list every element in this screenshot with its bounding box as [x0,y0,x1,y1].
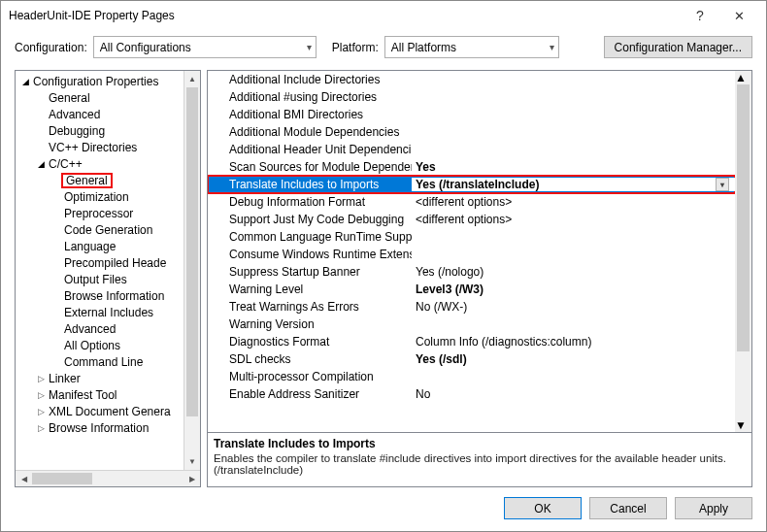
property-row[interactable]: Translate Includes to ImportsYes (/trans… [208,176,735,193]
tree-item[interactable]: Advanced [19,320,183,337]
ok-button[interactable]: OK [504,497,582,519]
property-row[interactable]: Treat Warnings As ErrorsNo (/WX-) [208,298,735,316]
tree-item[interactable]: ▷XML Document Genera [19,403,183,419]
property-value[interactable]: Yes (/translateInclude)▾ [412,178,735,191]
property-name: Additional Module Dependencies [208,125,412,139]
scroll-up-icon[interactable]: ▲ [735,71,751,84]
property-row[interactable]: Additional Include Directories [208,71,735,88]
tree-item-label: General [47,91,92,105]
property-value[interactable]: Yes (/nologo) [412,265,735,279]
tree-item[interactable]: Language [19,238,183,254]
tree-item[interactable]: Preprocessor [19,205,183,221]
property-row[interactable]: Multi-processor Compilation [208,368,735,385]
property-row[interactable]: Additional Module Dependencies [208,123,735,141]
tree-item-label: Precompiled Heade [62,256,168,270]
property-value[interactable]: No [412,387,735,401]
tree-item[interactable]: Output Files [19,271,183,287]
scroll-thumb[interactable] [186,87,198,416]
tree-item-label: Advanced [47,108,102,121]
platform-combo[interactable]: All Platforms ▾ [384,36,559,58]
property-row[interactable]: Warning LevelLevel3 (/W3) [208,281,735,298]
property-row[interactable]: Additional #using Directories [208,88,735,106]
config-combo[interactable]: All Configurations ▾ [93,36,317,58]
config-value: All Configurations [100,41,191,54]
property-name: Multi-processor Compilation [208,370,412,383]
property-row[interactable]: Warning Version [208,316,735,333]
tree-item[interactable]: Code Generation [19,221,183,238]
property-value[interactable]: Yes [412,160,735,174]
tree-item-label: Advanced [62,322,117,336]
property-row[interactable]: SDL checksYes (/sdl) [208,350,735,368]
property-value[interactable]: <different options> [412,195,735,209]
expand-icon[interactable]: ◢ [19,77,31,86]
property-value[interactable]: Level3 (/W3) [412,283,735,296]
help-button[interactable]: ? [681,8,719,23]
expand-icon[interactable]: ▷ [35,390,47,400]
tree-item-label: All Options [62,339,122,352]
property-row[interactable]: Enable Address SanitizerNo [208,385,735,403]
cancel-button[interactable]: Cancel [589,497,667,519]
grid-vscrollbar[interactable]: ▲ ▼ [735,71,751,432]
scroll-left-icon[interactable]: ◀ [16,471,32,486]
tree-item[interactable]: ▷Manifest Tool [19,386,183,403]
property-row[interactable]: Additional BMI Directories [208,106,735,123]
scroll-thumb[interactable] [737,84,750,351]
expand-icon[interactable]: ▷ [35,374,47,383]
tree-item[interactable]: VC++ Directories [19,139,183,155]
property-name: Warning Level [208,283,412,296]
config-row: Configuration: All Configurations ▾ Plat… [1,30,766,64]
property-row[interactable]: Support Just My Code Debugging<different… [208,211,735,228]
expand-icon[interactable]: ▷ [35,423,47,433]
close-button[interactable]: ✕ [719,9,758,23]
config-manager-button[interactable]: Configuration Manager... [604,36,752,58]
tree-item[interactable]: Advanced [19,106,183,122]
tree-item[interactable]: ▷Linker [19,370,183,386]
tree-item[interactable]: ◢C/C++ [19,155,183,172]
tree-item[interactable]: Optimization [19,188,183,205]
scroll-down-icon[interactable]: ▼ [184,453,200,470]
property-name: Additional #using Directories [208,90,412,104]
tree-item[interactable]: ▷Browse Information [19,419,183,436]
tree-item-label: VC++ Directories [47,141,139,154]
tree-item[interactable]: Debugging [19,122,183,139]
tree-item[interactable]: General [19,172,183,188]
scroll-up-icon[interactable]: ▲ [184,71,200,87]
property-row[interactable]: Diagnostics FormatColumn Info (/diagnost… [208,333,735,350]
tree-item[interactable]: Command Line [19,353,183,370]
expand-icon[interactable]: ▷ [35,407,47,416]
tree-item[interactable]: All Options [19,337,183,353]
tree-hscrollbar[interactable]: ◀ ▶ [16,470,200,486]
tree-item-label: C/C++ [47,157,84,171]
property-grid: Additional Include DirectoriesAdditional… [208,71,735,432]
tree-item[interactable]: Precompiled Heade [19,254,183,271]
property-row[interactable]: Common Language RunTime Support [208,228,735,246]
scroll-right-icon[interactable]: ▶ [183,471,200,486]
tree-item[interactable]: Browse Information [19,287,183,304]
property-value[interactable]: Yes (/sdl) [412,352,735,366]
property-row[interactable]: Suppress Startup BannerYes (/nologo) [208,263,735,281]
description-panel: Translate Includes to Imports Enables th… [208,432,751,486]
tree-item[interactable]: General [19,89,183,106]
property-row[interactable]: Debug Information Format<different optio… [208,193,735,211]
scroll-down-icon[interactable]: ▼ [735,418,751,432]
tree-item[interactable]: ◢Configuration Properties [19,73,183,89]
property-value[interactable]: No (/WX-) [412,300,735,314]
expand-icon[interactable]: ◢ [35,159,47,169]
apply-button[interactable]: Apply [675,497,752,519]
property-row[interactable]: Additional Header Unit Dependencies [208,141,735,158]
tree-vscrollbar[interactable]: ▲ ▼ [183,71,200,470]
scroll-thumb[interactable] [32,473,92,484]
chevron-down-icon: ▾ [307,42,312,52]
dropdown-icon[interactable]: ▾ [716,178,729,191]
property-value[interactable]: Column Info (/diagnostics:column) [412,335,735,349]
property-name: Scan Sources for Module Dependencies [208,160,412,174]
tree-item[interactable]: External Includes [19,304,183,320]
property-value[interactable]: <different options> [412,213,735,226]
tree-item-label: Optimization [62,190,131,204]
property-name: Translate Includes to Imports [208,178,412,191]
property-row[interactable]: Consume Windows Runtime Extension [208,246,735,263]
property-name: Debug Information Format [208,195,412,209]
config-label: Configuration: [15,41,87,54]
tree-item-label: Browse Information [47,421,150,435]
property-row[interactable]: Scan Sources for Module DependenciesYes [208,158,735,176]
